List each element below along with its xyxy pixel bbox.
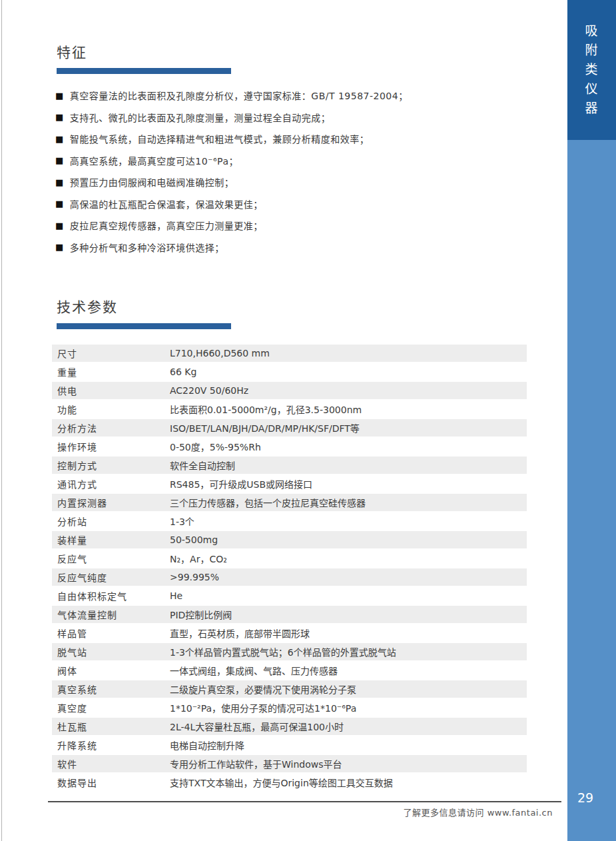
bullet-icon: ■	[55, 243, 64, 251]
spec-value: 1*10⁻²Pa，使用分子泵的情况可达1*10⁻⁶Pa	[170, 701, 527, 714]
spec-label: 供电	[52, 384, 170, 397]
table-row: 反应气 N₂，Ar，CO₂	[52, 550, 527, 568]
spec-label: 气体流量控制	[52, 608, 170, 621]
table-row: 脱气站 1-3个样品管内置式脱气站；6个样品管的外置式脱气站	[52, 643, 527, 662]
spec-value: 66 Kg	[170, 367, 527, 377]
spec-label: 反应气	[52, 552, 170, 565]
table-row: 样品管 直型，石英材质，底部带半圆形球	[52, 624, 527, 643]
page-number: 29	[577, 790, 593, 805]
bullet-icon: ■	[55, 178, 64, 187]
feature-item: ■ 多种分析气和多种冷浴环境供选择；	[55, 237, 541, 259]
sidebar-tab: 吸附类仪器 29	[567, 0, 616, 841]
table-row: 通讯方式 RS485，可升级成USB或网络接口	[52, 475, 527, 494]
spec-value: 软件全自动控制	[170, 458, 527, 472]
spec-label: 软件	[52, 757, 170, 770]
spec-label: 尺寸	[52, 347, 170, 360]
spec-label: 装样量	[52, 533, 170, 546]
bullet-icon: ■	[55, 221, 64, 230]
spec-value: 比表面积0.01-5000m²/g，孔径3.5-3000nm	[170, 403, 527, 416]
bullet-icon: ■	[55, 199, 64, 208]
spec-value: 支持TXT文本输出，方便与Origin等绘图工具交互数据	[170, 776, 527, 789]
spec-label: 杜瓦瓶	[52, 720, 170, 733]
feature-item: ■ 皮拉尼真空规传感器，高真空压力测量更准；	[55, 215, 541, 237]
spec-value: N₂，Ar，CO₂	[170, 552, 527, 565]
bullet-icon: ■	[55, 113, 64, 121]
spec-value: 二级旋片真空泵，必要情况下使用涡轮分子泵	[170, 682, 527, 696]
spec-value: 1-3个	[170, 514, 527, 528]
spec-value: 专用分析工作站软件，基于Windows平台	[170, 757, 527, 770]
spec-value: He	[170, 590, 527, 601]
spec-value: AC220V 50/60Hz	[170, 385, 527, 396]
feature-text: 高真空系统，最高真空度可达10⁻⁶Pa；	[70, 154, 238, 167]
spec-label: 真空度	[52, 701, 170, 714]
sidebar-dark-band: 吸附类仪器	[567, 0, 616, 140]
bullet-icon: ■	[55, 156, 64, 165]
spec-label: 通讯方式	[52, 477, 170, 490]
table-row: 内置探测器 三个压力传感器，包括一个皮拉尼真空硅传感器	[52, 494, 527, 512]
spec-label: 分析站	[52, 514, 170, 528]
specs-title: 技术参数	[57, 296, 118, 316]
spec-value: 2L-4L大容量杜瓦瓶，最高可保温100小时	[170, 720, 527, 733]
specs-table: 尺寸 L710,H660,D560 mm 重量 66 Kg 供电 AC220V …	[52, 345, 527, 792]
feature-text: 多种分析气和多种冷浴环境供选择；	[70, 241, 224, 254]
feature-item: ■ 高真空系统，最高真空度可达10⁻⁶Pa；	[55, 150, 541, 172]
feature-item: ■ 支持孔、微孔的比表面及孔隙度测量，测量过程全自动完成；	[55, 107, 541, 129]
table-row: 数据导出 支持TXT文本输出，方便与Origin等绘图工具交互数据	[52, 774, 527, 792]
table-row: 操作环境 0-50度，5%-95%Rh	[52, 438, 527, 456]
bullet-icon: ■	[55, 91, 64, 100]
table-row: 真空系统 二级旋片真空泵，必要情况下使用涡轮分子泵	[52, 680, 527, 699]
spec-label: 功能	[52, 403, 170, 416]
spec-value: 50-500mg	[170, 534, 527, 545]
spec-label: 升降系统	[52, 738, 170, 752]
feature-text: 预置压力由伺服阀和电磁阀准确控制；	[70, 175, 234, 189]
feature-item: ■ 真空容量法的比表面积及孔隙度分析仪，遵守国家标准：GB/T 19587-20…	[55, 85, 541, 107]
spec-value: PID控制比例阀	[170, 608, 527, 621]
spec-label: 操作环境	[52, 440, 170, 453]
features-list: ■ 真空容量法的比表面积及孔隙度分析仪，遵守国家标准：GB/T 19587-20…	[55, 85, 541, 258]
spec-value: RS485，可升级成USB或网络接口	[170, 477, 527, 490]
spec-label: 反应气纯度	[52, 570, 170, 584]
bullet-icon: ■	[55, 135, 64, 143]
feature-text: 真空容量法的比表面积及孔隙度分析仪，遵守国家标准：GB/T 19587-2004…	[70, 89, 408, 102]
feature-text: 皮拉尼真空规传感器，高真空压力测量更准；	[70, 219, 263, 232]
features-title: 特征	[57, 41, 87, 61]
spec-value: 一体式阀组，集成阀、气路、压力传感器	[170, 664, 527, 677]
sidebar-vertical-label: 吸附类仪器	[581, 24, 599, 121]
accent-bar	[57, 68, 231, 74]
feature-item: ■ 高保温的杜瓦瓶配合保温套，保温效果更佳；	[55, 193, 541, 215]
sidebar-light-band: 29	[567, 140, 616, 841]
table-row: 反应气纯度 >99.995%	[52, 568, 527, 587]
accent-bar	[57, 323, 231, 329]
spec-label: 重量	[52, 365, 170, 379]
feature-text: 高保温的杜瓦瓶配合保温套，保温效果更佳；	[70, 197, 263, 211]
table-row: 真空度 1*10⁻²Pa，使用分子泵的情况可达1*10⁻⁶Pa	[52, 699, 527, 718]
feature-item: ■ 智能投气系统，自动选择精进气和粗进气模式，兼顾分析精度和效率；	[55, 128, 541, 150]
spec-value: L710,H660,D560 mm	[170, 348, 527, 359]
spec-value: 电梯自动控制升降	[170, 738, 527, 752]
table-row: 气体流量控制 PID控制比例阀	[52, 606, 527, 624]
table-row: 自由体积标定气 He	[52, 587, 527, 606]
spec-label: 内置探测器	[52, 496, 170, 509]
table-row: 功能 比表面积0.01-5000m²/g，孔径3.5-3000nm	[52, 401, 527, 419]
feature-item: ■ 预置压力由伺服阀和电磁阀准确控制；	[55, 171, 541, 193]
spec-value: 三个压力传感器，包括一个皮拉尼真空硅传感器	[170, 496, 527, 509]
table-row: 供电 AC220V 50/60Hz	[52, 382, 527, 401]
spec-value: 直型，石英材质，底部带半圆形球	[170, 626, 527, 640]
spec-value: 0-50度，5%-95%Rh	[170, 440, 527, 453]
spec-label: 控制方式	[52, 458, 170, 472]
table-row: 分析方法 ISO/BET/LAN/BJH/DA/DR/MP/HK/SF/DFT等	[52, 419, 527, 438]
spec-label: 脱气站	[52, 645, 170, 658]
spec-label: 自由体积标定气	[52, 589, 170, 602]
table-row: 阀体 一体式阀组，集成阀、气路、压力传感器	[52, 662, 527, 680]
spec-label: 样品管	[52, 626, 170, 640]
table-row: 软件 专用分析工作站软件，基于Windows平台	[52, 755, 527, 774]
table-row: 升降系统 电梯自动控制升降	[52, 736, 527, 755]
spec-label: 数据导出	[52, 776, 170, 789]
table-row: 分析站 1-3个	[52, 512, 527, 531]
footer-note: 了解更多信息请访问 www.fantai.cn	[48, 806, 553, 818]
table-row: 杜瓦瓶 2L-4L大容量杜瓦瓶，最高可保温100小时	[52, 718, 527, 736]
table-row: 装样量 50-500mg	[52, 531, 527, 550]
spec-label: 真空系统	[52, 682, 170, 696]
spec-value: ISO/BET/LAN/BJH/DA/DR/MP/HK/SF/DFT等	[170, 421, 527, 434]
spec-value: 1-3个样品管内置式脱气站；6个样品管的外置式脱气站	[170, 645, 527, 658]
